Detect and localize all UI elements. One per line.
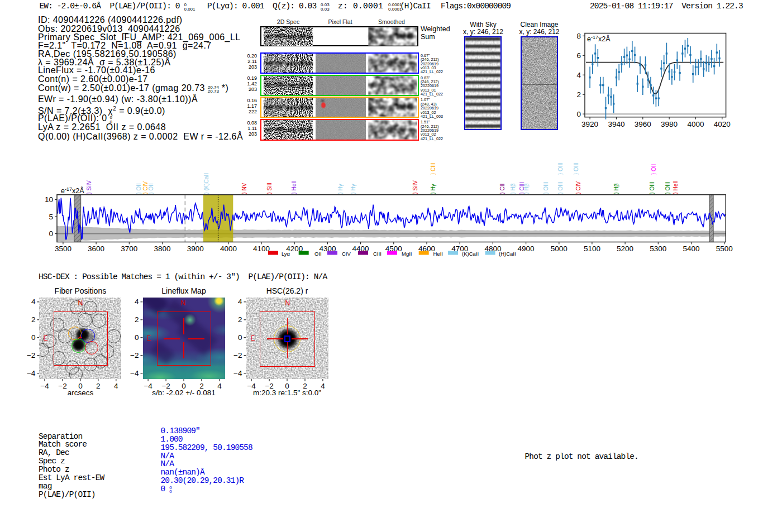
svg-text:4: 4 (31, 298, 36, 306)
svg-text:CII: CII (499, 184, 506, 191)
svg-text:SiIV: SiIV (86, 180, 92, 191)
svg-text:{: { (87, 192, 92, 194)
svg-text:OII: OII (314, 251, 322, 257)
svg-text:OIII: OIII (573, 162, 579, 171)
svg-text:{: { (431, 192, 436, 194)
svg-text:5500: 5500 (716, 245, 733, 253)
svg-text:3920: 3920 (581, 120, 598, 128)
svg-text:(H)CaII: (H)CaII (499, 251, 516, 257)
svg-text:{: { (204, 192, 209, 194)
svg-text:OIII: OIII (649, 181, 655, 190)
svg-text:CIII: CIII (373, 251, 382, 257)
svg-text:Hγ: Hγ (350, 184, 356, 190)
svg-text:{: { (574, 173, 579, 175)
svg-text:CIV: CIV (575, 181, 581, 191)
svg-text:0: 0 (78, 382, 83, 390)
svg-text:−4: −4 (27, 369, 36, 377)
svg-text:3960: 3960 (635, 120, 651, 128)
svg-text:{: { (242, 192, 247, 194)
svg-text:2: 2 (31, 315, 36, 324)
svg-text:CIV: CIV (342, 251, 351, 257)
svg-text:4: 4 (321, 382, 325, 390)
svg-text:−2: −2 (58, 382, 66, 390)
svg-text:HSC(26.2) r: HSC(26.2) r (266, 286, 308, 295)
svg-text:2: 2 (303, 382, 307, 390)
svg-text:−2: −2 (265, 382, 273, 390)
svg-text:0: 0 (182, 382, 186, 390)
svg-text:SiIV: SiIV (412, 180, 418, 191)
svg-text:{: { (558, 173, 564, 175)
svg-text:−4: −4 (144, 382, 152, 390)
svg-text:NV: NV (241, 183, 247, 190)
svg-text:{: { (673, 192, 679, 194)
svg-text:SiII: SiII (266, 183, 273, 190)
svg-text:−4: −4 (233, 369, 242, 377)
svg-text:Hγ: Hγ (430, 184, 436, 190)
svg-text:5200: 5200 (617, 245, 633, 253)
svg-text:4: 4 (135, 298, 139, 306)
svg-text:Hγ: Hγ (337, 184, 344, 190)
svg-text:3980: 3980 (661, 120, 678, 128)
svg-text:−4: −4 (247, 382, 256, 390)
svg-text:e-17x2Å: e-17x2Å (587, 35, 611, 43)
svg-text:Lineflux Map: Lineflux Map (161, 286, 206, 295)
svg-text:OII: OII (136, 183, 142, 190)
svg-text:0: 0 (49, 229, 53, 238)
svg-text:8: 8 (576, 32, 581, 40)
svg-text:MgII: MgII (402, 251, 412, 257)
svg-text:Hβ: Hβ (510, 183, 516, 190)
svg-text:5400: 5400 (683, 245, 699, 253)
svg-text:OIII: OIII (543, 181, 549, 190)
svg-text:{: { (292, 192, 297, 194)
svg-text:CIII: CIII (430, 162, 436, 171)
svg-text:4: 4 (576, 71, 581, 79)
svg-text:3600: 3600 (88, 245, 104, 253)
svg-text:{: { (267, 192, 273, 194)
svg-text:HeII: HeII (291, 180, 297, 190)
svg-text:{: { (500, 192, 506, 194)
svg-text:−4: −4 (130, 369, 139, 377)
svg-text:{: { (665, 192, 671, 194)
svg-text:3500: 3500 (55, 245, 71, 253)
svg-text:−4: −4 (40, 382, 49, 390)
svg-text:4900: 4900 (518, 245, 535, 253)
svg-text:Hβ: Hβ (613, 183, 619, 190)
svg-text:{: { (413, 192, 418, 194)
svg-text:0: 0 (31, 333, 36, 342)
svg-text:3900: 3900 (187, 245, 204, 253)
svg-text:4000: 4000 (220, 245, 237, 253)
svg-text:{: { (511, 192, 516, 194)
svg-text:2: 2 (238, 315, 242, 324)
svg-text:−2: −2 (27, 351, 35, 360)
svg-text:3700: 3700 (121, 245, 137, 253)
svg-text:6: 6 (576, 51, 581, 60)
svg-text:OIII: OIII (665, 181, 671, 190)
svg-text:(K)CaII: (K)CaII (462, 251, 479, 257)
svg-text:{: { (614, 192, 619, 194)
svg-text:4020: 4020 (714, 120, 731, 128)
svg-text:0: 0 (238, 333, 242, 342)
svg-text:{: { (143, 192, 149, 194)
svg-text:5000: 5000 (551, 245, 568, 253)
svg-text:HeII: HeII (673, 180, 679, 190)
svg-text:{: { (543, 192, 549, 194)
svg-text:−2: −2 (233, 351, 242, 360)
svg-text:4100: 4100 (253, 245, 270, 253)
svg-text:0: 0 (285, 382, 289, 390)
svg-text:OII: OII (651, 164, 657, 171)
svg-text:10: 10 (45, 195, 53, 204)
svg-text:OIII: OIII (557, 181, 564, 190)
svg-text:Hβ: Hβ (523, 183, 530, 190)
svg-text:{: { (338, 192, 344, 194)
svg-text:4000: 4000 (687, 120, 704, 128)
svg-text:{: { (351, 192, 356, 194)
svg-text:{: { (576, 192, 581, 194)
svg-text:2: 2 (135, 315, 139, 324)
svg-text:−2: −2 (130, 351, 139, 360)
svg-text:{: { (650, 192, 655, 194)
svg-text:(K)CaII: (K)CaII (203, 173, 209, 191)
svg-text:4: 4 (114, 382, 118, 390)
svg-text:2: 2 (199, 382, 204, 390)
svg-text:2: 2 (576, 90, 581, 99)
svg-text:{: { (651, 173, 657, 175)
